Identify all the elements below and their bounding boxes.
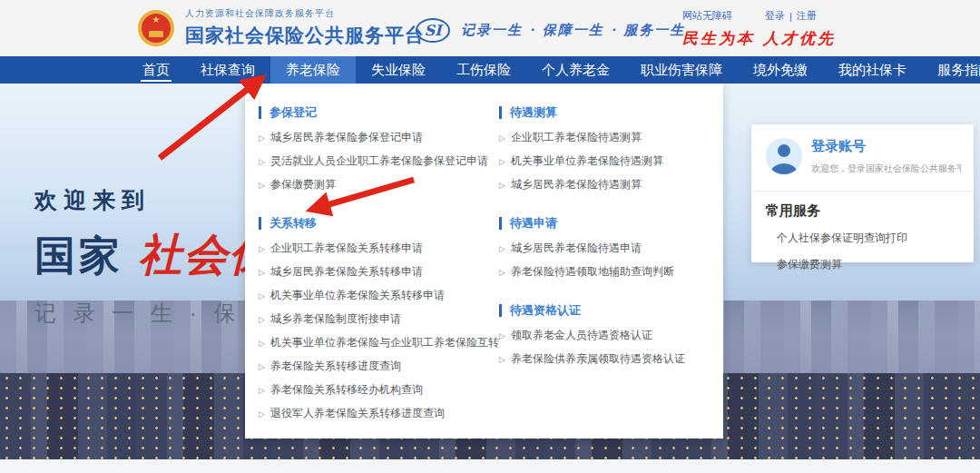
dropdown-col-2: 待遇测算 ▷企业职工养老保险待遇测算 ▷机关事业单位养老保险待遇测算 ▷城乡居民… [485, 84, 708, 420]
menu-item-label: 养老保险待遇领取地辅助查询判断 [511, 265, 674, 278]
menu-item[interactable]: ▷城乡居民养老保险待遇测算 [499, 178, 708, 192]
bottom-strip [0, 459, 980, 473]
section-bar-icon [259, 217, 261, 230]
triangle-bullet-icon: ▷ [499, 331, 505, 340]
menu-item[interactable]: ▷企业职工养老保险关系转移申请 [259, 241, 485, 255]
section-title-text: 待遇测算 [510, 104, 557, 121]
nav-item-work-injury[interactable]: 工伤保险 [441, 56, 526, 84]
triangle-bullet-icon: ▷ [259, 244, 265, 253]
menu-item-label: 退役军人养老保险关系转移进度查询 [270, 407, 445, 419]
triangle-bullet-icon: ▷ [499, 244, 505, 253]
menu-item-label: 养老保险关系转移进度查询 [270, 360, 401, 372]
triangle-bullet-icon: ▷ [259, 291, 265, 301]
menu-item[interactable]: ▷机关事业单位养老保险待遇测算 [499, 154, 708, 168]
service-link-certificate-print[interactable]: 个人社保参保证明查询打印 [777, 231, 959, 246]
menu-item[interactable]: ▷城乡居民养老保险参保登记申请 [259, 131, 485, 144]
national-emblem-icon [138, 10, 174, 46]
triangle-bullet-icon: ▷ [259, 315, 265, 324]
menu-item[interactable]: ▷城乡养老保险制度衔接申请 [259, 312, 485, 326]
nav-item-personal-pension[interactable]: 个人养老金 [526, 56, 625, 84]
nav-item-service-guide[interactable]: 服务指南 [922, 56, 980, 84]
menu-item[interactable]: ▷养老保险供养亲属领取待遇资格认证 [499, 352, 708, 366]
triangle-bullet-icon: ▷ [259, 133, 265, 143]
register-link[interactable]: 注册 [797, 9, 817, 23]
menu-item-label: 城乡养老保险制度衔接申请 [270, 312, 401, 325]
menu-item[interactable]: ▷养老保险关系转移经办机构查询 [259, 383, 485, 397]
menu-item[interactable]: ▷城乡居民养老保险待遇申请 [499, 241, 708, 255]
nav-item-unemployment[interactable]: 失业保险 [356, 56, 441, 84]
user-avatar-icon [766, 138, 802, 174]
nav-item-home[interactable]: 首页 [127, 56, 185, 84]
section-title-benefit-apply: 待遇申请 [499, 215, 708, 232]
banner-welcome-block: 欢迎来到 国家 社会保 记 录 一 生 · 保 障 [34, 185, 279, 328]
triangle-bullet-icon: ▷ [499, 157, 505, 166]
triangle-bullet-icon: ▷ [259, 362, 265, 371]
section-title-qualification: 待遇资格认证 [499, 302, 708, 319]
section-title-registration: 参保登记 [259, 104, 485, 121]
menu-item-label: 养老保险关系转移经办机构查询 [270, 383, 423, 396]
section-title-text: 待遇资格认证 [510, 302, 581, 319]
section-title-benefit-calc: 待遇测算 [499, 104, 708, 121]
nav-item-my-card[interactable]: 我的社保卡 [823, 56, 922, 84]
menu-item[interactable]: ▷退役军人养老保险关系转移进度查询 [259, 407, 485, 420]
login-link[interactable]: 登录 [765, 9, 785, 23]
nav-item-overseas-exemption[interactable]: 境外免缴 [738, 56, 823, 84]
banner-title: 国家 社会保 [34, 226, 279, 284]
triangle-bullet-icon: ▷ [259, 386, 265, 395]
triangle-bullet-icon: ▷ [499, 268, 505, 277]
hero-banner: 欢迎来到 国家 社会保 记 录 一 生 · 保 障 参保登记 ▷城乡居民养老保险… [0, 84, 980, 459]
menu-item-label: 养老保险供养亲属领取待遇资格认证 [511, 352, 685, 365]
link-separator: | [789, 11, 792, 22]
banner-title-prefix: 国家 [34, 232, 123, 279]
header-links: 网站无障碍 登录 | 注册 [682, 9, 891, 23]
login-account-link[interactable]: 登录账号 [811, 138, 961, 155]
menu-item[interactable]: ▷城乡居民养老保险关系转移申请 [259, 265, 485, 279]
section-bar-icon [499, 217, 502, 230]
nav-item-occupational-injury[interactable]: 职业伤害保障 [625, 56, 738, 84]
triangle-bullet-icon: ▷ [499, 133, 505, 143]
header-right: 网站无障碍 登录 | 注册 民生为本 人才优先 [682, 9, 891, 49]
menu-item-label: 城乡居民养老保险参保登记申请 [270, 131, 423, 143]
menu-item[interactable]: ▷企业职工养老保险待遇测算 [499, 131, 708, 144]
slogan-block: SI 记录一生 · 保障一生 · 服务一生 [416, 18, 685, 43]
triangle-bullet-icon: ▷ [259, 268, 265, 277]
banner-subtitle: 记 录 一 生 · 保 障 [34, 299, 279, 328]
menu-item[interactable]: ▷领取养老金人员待遇资格认证 [499, 329, 708, 342]
section-title-text: 待遇申请 [510, 215, 557, 232]
login-card: 登录账号 欢迎您，登录国家社会保险公共服务平台！ 常用服务 个人社保参保证明查询… [751, 124, 974, 262]
common-services: 常用服务 个人社保参保证明查询打印 参保缴费测算 [751, 192, 974, 272]
section-title-text: 参保登记 [270, 104, 317, 121]
triangle-bullet-icon: ▷ [259, 409, 265, 419]
platform-title: 国家社会保险公共服务平台 [185, 23, 425, 48]
triangle-bullet-icon: ▷ [499, 181, 505, 190]
menu-item-label: 机关事业单位养老保险关系转移申请 [270, 289, 445, 301]
menu-item[interactable]: ▷机关事业单位养老保险关系转移申请 [259, 289, 485, 302]
triangle-bullet-icon: ▷ [259, 157, 265, 166]
common-services-title: 常用服务 [766, 202, 959, 220]
menu-item-label: 参保缴费测算 [270, 178, 336, 191]
pension-dropdown-menu: 参保登记 ▷城乡居民养老保险参保登记申请 ▷灵活就业人员企业职工养老保险参保登记… [245, 84, 723, 439]
menu-item-label: 灵活就业人员企业职工养老保险参保登记申请 [270, 154, 488, 167]
menu-item[interactable]: ▷养老保险待遇领取地辅助查询判断 [499, 265, 708, 279]
section-title-text: 关系转移 [270, 215, 317, 232]
triangle-bullet-icon: ▷ [259, 339, 265, 348]
menu-item[interactable]: ▷灵活就业人员企业职工养老保险参保登记申请 [259, 154, 485, 168]
login-welcome-text: 欢迎您，登录国家社会保险公共服务平台！ [811, 163, 961, 175]
login-card-top: 登录账号 欢迎您，登录国家社会保险公共服务平台！ [751, 124, 974, 192]
menu-item-label: 城乡居民养老保险关系转移申请 [270, 265, 423, 278]
menu-item[interactable]: ▷养老保险关系转移进度查询 [259, 360, 485, 373]
nav-item-pension[interactable]: 养老保险 [270, 56, 356, 84]
top-header: 人力资源和社会保障政务服务平台 国家社会保险公共服务平台 SI 记录一生 · 保… [0, 0, 980, 56]
menu-item-label: 城乡居民养老保险待遇申请 [511, 241, 642, 254]
menu-item-label: 机关事业单位养老保险与企业职工养老保险互转 [270, 336, 499, 349]
menu-item[interactable]: ▷参保缴费测算 [259, 178, 485, 192]
nav-item-social-query[interactable]: 社保查询 [185, 56, 270, 84]
service-link-contribution-calc[interactable]: 参保缴费测算 [777, 257, 959, 272]
platform-subtitle: 人力资源和社会保障政务服务平台 [185, 7, 425, 20]
section-bar-icon [499, 304, 502, 317]
si-logo-icon: SI [416, 18, 450, 43]
brand-text: 人力资源和社会保障政务服务平台 国家社会保险公共服务平台 [185, 7, 425, 48]
accessibility-link[interactable]: 网站无障碍 [682, 9, 732, 23]
menu-item[interactable]: ▷机关事业单位养老保险与企业职工养老保险互转 [259, 336, 485, 350]
section-bar-icon [499, 106, 502, 119]
